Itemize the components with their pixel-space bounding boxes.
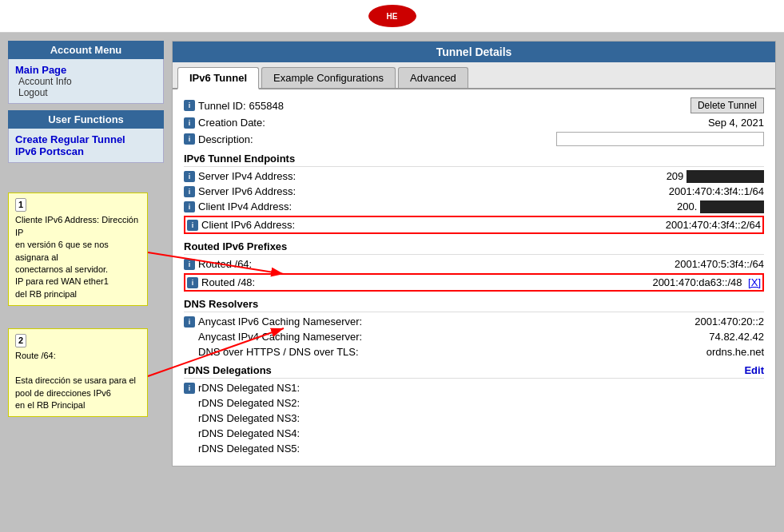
rdns-ns5-label: rDNS Delegated NS5:: [184, 443, 300, 455]
server-ipv6-row: i Server IPv6 Address: 2001:470:4:3f4::1…: [184, 185, 764, 197]
tab-example-configurations[interactable]: Example Configurations: [261, 67, 396, 88]
client-ipv4-partial: 200.: [677, 200, 697, 212]
account-menu-body: Main Page Account Info Logout: [8, 59, 164, 104]
creation-date-row: i Creation Date: Sep 4, 2021: [184, 117, 764, 129]
client-ipv4-value-cell: 200. ████████: [360, 200, 764, 212]
anycast-ipv4-value: 74.82.42.42: [362, 331, 764, 343]
tunnel-id-label: Tunnel ID:: [198, 100, 246, 112]
tab-ipv6-tunnel[interactable]: IPv6 Tunnel: [177, 67, 259, 89]
delete-button-cell: Delete Tunnel: [360, 97, 764, 113]
description-row: i Description:: [184, 132, 764, 146]
logo: HE: [368, 5, 416, 27]
client-ipv4-label: Client IPv4 Address:: [198, 200, 292, 212]
rdns-ns4-row: rDNS Delegated NS4:: [184, 427, 764, 439]
main-content: 1 Cliente IPv6 Address: Dirección IP en …: [0, 33, 784, 474]
client-ipv4-masked: ████████: [700, 200, 764, 213]
routed-64-value: 2001:470:5:3f4::/64: [360, 258, 764, 270]
ipv6-portscan-link[interactable]: IPv6 Portscan: [15, 145, 157, 157]
creation-date-icon: i: [184, 117, 195, 129]
routed-section-title: Routed IPv6 Prefixes: [184, 240, 764, 255]
dns-https-row: DNS over HTTPS / DNS over TLS: ordns.he.…: [184, 346, 764, 358]
rdns-ns1-row: i rDNS Delegated NS1:: [184, 382, 764, 394]
rdns-section-title: rDNS Delegations: [184, 364, 272, 376]
endpoints-section-title: IPv6 Tunnel Endpoints: [184, 153, 764, 167]
creation-date-value: Sep 4, 2021: [360, 117, 764, 129]
user-functions-header: User Functions: [8, 110, 164, 129]
annotation-number-2: 2: [15, 334, 26, 347]
server-ipv4-label: Server IPv4 Address:: [198, 170, 296, 182]
anycast-ipv4-row: Anycast IPv4 Caching Nameserver: 74.82.4…: [184, 331, 764, 343]
server-ipv4-masked: ██████████: [686, 170, 764, 183]
routed-64-label-cell: i Routed /64:: [184, 258, 360, 270]
account-menu-header: Account Menu: [8, 41, 164, 59]
tunnel-panel-header: Tunnel Details: [173, 42, 775, 62]
annotation-1: 1 Cliente IPv6 Address: Dirección IP en …: [8, 193, 148, 306]
routed-48-label-cell: i Routed /48:: [187, 276, 363, 288]
account-info-link[interactable]: Account Info: [18, 76, 157, 87]
dns-section-title: DNS Resolvers: [184, 298, 764, 312]
routed-48-x-link[interactable]: [X]: [748, 276, 761, 288]
anycast-ipv6-label-cell: i Anycast IPv6 Caching Nameserver:: [184, 316, 362, 328]
anycast-ipv6-value: 2001:470:20::2: [362, 316, 764, 328]
server-ipv4-partial: 209: [667, 170, 684, 182]
rdns-ns2-label: rDNS Delegated NS2:: [184, 397, 300, 409]
client-ipv6-label-cell: i Client IPv6 Address:: [187, 219, 363, 231]
user-functions-body: Create Regular Tunnel IPv6 Portscan: [8, 129, 164, 163]
routed-48-icon: i: [187, 277, 198, 288]
annotation-2: 2 Route /64: Esta dirección se usara par…: [8, 328, 148, 417]
creation-date-label: Creation Date:: [198, 117, 265, 129]
server-ipv4-value-cell: 209 ██████████: [360, 170, 764, 182]
tunnel-body: i Tunnel ID: 655848 Delete Tunnel i Crea…: [173, 89, 775, 466]
tabs: IPv6 Tunnel Example Configurations Advan…: [173, 62, 775, 89]
server-ipv4-icon: i: [184, 171, 195, 182]
main-page-link[interactable]: Main Page: [15, 64, 157, 76]
client-ipv6-row: i Client IPv6 Address: 2001:470:4:3f4::2…: [184, 216, 764, 234]
rdns-ns1-icon: i: [184, 383, 195, 394]
rdns-ns2-label-cell: rDNS Delegated NS2:: [184, 397, 360, 409]
dns-https-label: DNS over HTTPS / DNS over TLS:: [184, 346, 359, 358]
routed-64-icon: i: [184, 259, 195, 270]
annotation-number-1: 1: [15, 198, 26, 212]
rdns-ns1-label: rDNS Delegated NS1:: [198, 382, 300, 394]
creation-date-label-cell: i Creation Date:: [184, 117, 360, 129]
client-ipv6-label: Client IPv6 Address:: [201, 219, 295, 231]
tunnel-id-label-cell: i Tunnel ID: 655848: [184, 100, 360, 112]
rdns-ns3-row: rDNS Delegated NS3:: [184, 412, 764, 424]
routed-48-row: i Routed /48: 2001:470:da63::/48 [X]: [184, 273, 764, 292]
annotation-1-text: Cliente IPv6 Address: Dirección IP en ve…: [15, 214, 141, 300]
description-icon: i: [184, 133, 195, 145]
server-ipv6-icon: i: [184, 186, 195, 197]
description-input[interactable]: [556, 132, 764, 146]
server-ipv6-label: Server IPv6 Address:: [198, 185, 296, 197]
delete-tunnel-button[interactable]: Delete Tunnel: [690, 97, 764, 113]
rdns-ns1-label-cell: i rDNS Delegated NS1:: [184, 382, 360, 394]
create-tunnel-link[interactable]: Create Regular Tunnel: [15, 133, 157, 145]
rdns-edit-link[interactable]: Edit: [744, 364, 764, 376]
annotation-2-text: Route /64: Esta dirección se usara para …: [15, 350, 141, 411]
tunnel-panel: Tunnel Details IPv6 Tunnel Example Confi…: [172, 41, 776, 466]
dns-https-value: ordns.he.net: [360, 346, 764, 358]
rdns-ns3-label-cell: rDNS Delegated NS3:: [184, 412, 360, 424]
rdns-ns4-label: rDNS Delegated NS4:: [184, 427, 300, 439]
server-ipv6-value: 2001:470:4:3f4::1/64: [360, 185, 764, 197]
tunnel-id-value: 655848: [249, 100, 284, 112]
logout-link[interactable]: Logout: [18, 87, 157, 98]
routed-64-label: Routed /64:: [198, 258, 252, 270]
routed-48-label: Routed /48:: [201, 276, 255, 288]
routed-48-value: 2001:470:da63::/48: [652, 276, 742, 288]
rdns-ns5-row: rDNS Delegated NS5:: [184, 443, 764, 455]
dns-https-label-cell: DNS over HTTPS / DNS over TLS:: [184, 346, 360, 358]
anycast-ipv4-label-cell: Anycast IPv4 Caching Nameserver:: [184, 331, 362, 343]
tunnel-id-icon: i: [184, 100, 195, 111]
rdns-ns3-label: rDNS Delegated NS3:: [184, 412, 300, 424]
client-ipv6-icon: i: [187, 220, 198, 231]
client-ipv4-label-cell: i Client IPv4 Address:: [184, 200, 360, 212]
anycast-ipv6-label: Anycast IPv6 Caching Nameserver:: [198, 316, 362, 328]
server-ipv4-row: i Server IPv4 Address: 209 ██████████: [184, 170, 764, 182]
description-label-cell: i Description:: [184, 133, 360, 145]
tab-advanced[interactable]: Advanced: [398, 67, 468, 88]
tunnel-id-row: i Tunnel ID: 655848 Delete Tunnel: [184, 97, 764, 113]
description-value-cell: [360, 132, 764, 146]
server-ipv4-label-cell: i Server IPv4 Address:: [184, 170, 360, 182]
rdns-ns4-label-cell: rDNS Delegated NS4:: [184, 427, 360, 439]
